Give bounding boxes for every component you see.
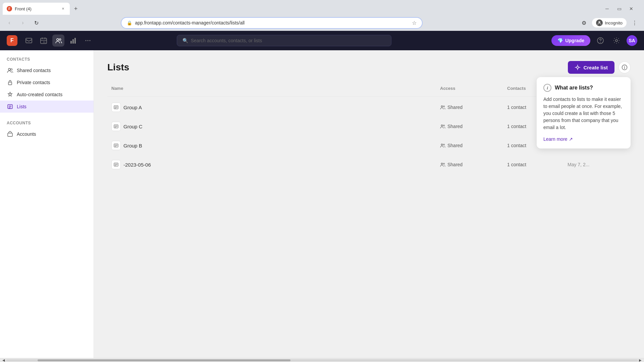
svg-point-11 [90, 40, 91, 41]
contact-count: 1 contact [507, 143, 526, 148]
svg-rect-6 [70, 41, 72, 44]
new-tab-button[interactable]: + [71, 4, 80, 13]
info-button[interactable] [619, 61, 631, 73]
shared-icon [440, 162, 445, 167]
tab-favicon [7, 6, 12, 11]
list-name: Group A [123, 105, 142, 110]
contacts-section-label: Contacts [0, 57, 94, 64]
list-row-icon [111, 141, 121, 150]
scrollbar-track[interactable] [6, 359, 638, 361]
tab-title: Front (4) [15, 6, 58, 11]
svg-rect-1 [26, 38, 32, 43]
sidebar-item-shared-contacts[interactable]: Shared contacts [0, 64, 94, 76]
lock-icon: 🔒 [127, 20, 132, 25]
svg-rect-7 [72, 39, 74, 44]
maximize-button[interactable]: ▭ [614, 4, 624, 13]
app-logo: F [7, 35, 17, 46]
svg-point-5 [59, 39, 61, 41]
search-bar[interactable]: 🔍 Search accounts, contacts, or lists [177, 35, 391, 46]
accounts-icon [7, 131, 13, 137]
learn-more-link[interactable]: Learn more ↗ [543, 136, 624, 142]
sidebar: Contacts Shared contacts [0, 50, 94, 358]
analytics-icon[interactable] [67, 35, 79, 47]
svg-text:31: 31 [43, 41, 46, 43]
main-content: Lists Create list [94, 50, 644, 358]
svg-point-31 [441, 106, 442, 107]
svg-point-44 [443, 144, 445, 145]
external-link-icon: ↗ [569, 136, 573, 142]
contact-count: 1 contact [507, 105, 526, 110]
tooltip-title: What are lists? [555, 85, 593, 91]
minimize-button[interactable]: ─ [602, 4, 612, 13]
incognito-badge[interactable]: Incognito [592, 18, 627, 27]
scroll-left-arrow[interactable]: ◀ [1, 358, 6, 362]
access-type: Shared [447, 105, 463, 110]
browser-menu-button[interactable]: ⋮ [629, 17, 640, 28]
settings-button[interactable] [610, 35, 623, 47]
tooltip-body: Add contacts to lists to make it easier … [543, 96, 624, 131]
extensions-button[interactable]: ⚙ [579, 17, 589, 28]
list-name: -2023-05-06 [123, 162, 151, 168]
auto-created-label: Auto-created contacts [17, 92, 62, 97]
col-header-access: Access [436, 83, 503, 94]
refresh-button[interactable]: ↻ [31, 17, 42, 28]
shared-contacts-icon [7, 67, 13, 74]
shared-icon [440, 105, 445, 110]
access-type: Shared [447, 143, 463, 148]
inbox-icon[interactable] [23, 35, 35, 47]
svg-point-38 [443, 125, 445, 126]
create-list-button[interactable]: Create list [568, 61, 614, 74]
contacts-icon[interactable] [52, 35, 64, 47]
list-row-icon [111, 103, 121, 112]
calendar-icon[interactable]: 31 [38, 35, 50, 47]
shared-icon [440, 124, 445, 129]
svg-point-37 [441, 125, 442, 126]
svg-rect-22 [8, 133, 12, 136]
back-button[interactable]: ‹ [4, 17, 15, 28]
sidebar-item-accounts[interactable]: Accounts [0, 128, 94, 140]
svg-point-16 [11, 69, 12, 70]
svg-point-49 [441, 163, 442, 164]
svg-point-0 [598, 21, 600, 23]
more-icon[interactable] [82, 35, 94, 47]
upgrade-button[interactable]: 💎 Upgrade [551, 35, 590, 46]
accounts-section-label: Accounts [0, 121, 94, 128]
table-row[interactable]: -2023-05-06 Shared 1 contact May 7, 2... [107, 155, 631, 174]
svg-point-15 [8, 68, 10, 70]
svg-point-14 [615, 40, 618, 42]
private-contacts-icon [7, 79, 13, 86]
page-title: Lists [107, 62, 129, 73]
list-row-icon [111, 160, 121, 169]
access-type: Shared [447, 162, 463, 167]
search-placeholder: Search accounts, contacts, or lists [191, 38, 262, 43]
sidebar-item-auto-created[interactable]: Auto-created contacts [0, 88, 94, 101]
lists-icon [7, 103, 13, 110]
avatar[interactable]: SA [627, 35, 637, 46]
browser-tab[interactable]: Front (4) × [3, 3, 70, 15]
svg-point-32 [443, 106, 445, 107]
search-icon: 🔍 [182, 38, 188, 43]
upgrade-gem-icon: 💎 [557, 38, 563, 43]
list-row-icon [111, 122, 121, 131]
scrollbar-thumb[interactable] [38, 359, 290, 361]
help-button[interactable] [594, 35, 606, 47]
svg-point-25 [624, 66, 625, 67]
sidebar-item-private-contacts[interactable]: Private contacts [0, 76, 94, 88]
url-text: app.frontapp.com/contacts-manager/contac… [135, 20, 409, 25]
scroll-right-arrow[interactable]: ▶ [638, 358, 643, 362]
address-bar[interactable]: 🔒 app.frontapp.com/contacts-manager/cont… [121, 17, 423, 29]
svg-point-50 [443, 163, 445, 165]
private-contacts-label: Private contacts [17, 80, 50, 85]
svg-rect-17 [8, 82, 12, 85]
sidebar-item-lists[interactable]: Lists [0, 101, 94, 113]
horizontal-scrollbar[interactable]: ◀ ▶ [0, 358, 644, 362]
accounts-label: Accounts [17, 131, 36, 137]
list-name: Group B [123, 143, 142, 148]
tab-close-button[interactable]: × [60, 6, 66, 11]
auto-created-icon [7, 91, 13, 98]
forward-button[interactable]: › [17, 17, 28, 28]
svg-point-10 [88, 40, 89, 41]
window-close-button[interactable]: ✕ [627, 4, 636, 13]
svg-point-13 [600, 42, 601, 43]
bookmark-icon[interactable]: ☆ [412, 20, 417, 26]
